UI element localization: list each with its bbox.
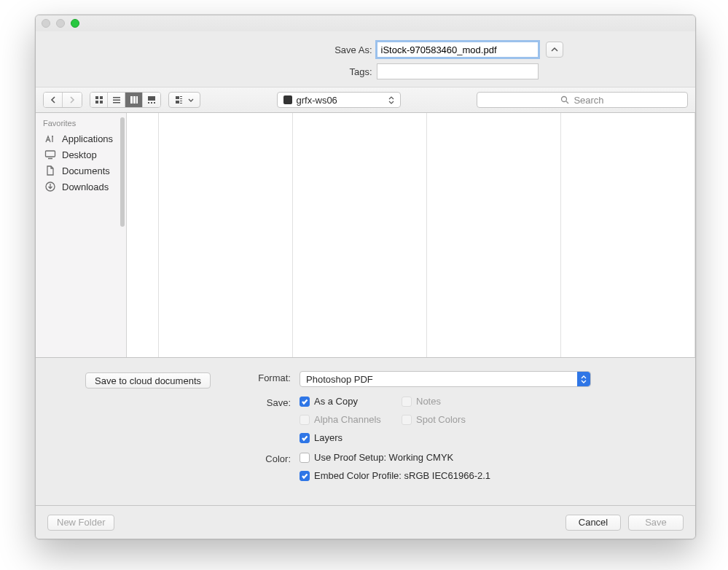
checkbox-layers[interactable]: Layers [300, 432, 402, 443]
downloads-icon [44, 181, 56, 192]
svg-line-21 [566, 101, 568, 104]
svg-rect-5 [113, 100, 120, 101]
column-view-button[interactable] [125, 93, 143, 107]
column-browser[interactable] [127, 113, 695, 357]
save-dialog-window: Save As: Tags: [35, 15, 696, 539]
nav-forward-button[interactable] [63, 93, 82, 107]
icon-view-button[interactable] [90, 93, 108, 107]
svg-rect-16 [180, 98, 182, 99]
sidebar-scrollbar[interactable] [120, 117, 125, 227]
tags-input[interactable] [377, 63, 539, 79]
browser-column[interactable] [293, 113, 427, 357]
svg-point-20 [562, 97, 567, 102]
file-browser: Favorites Applications Desktop Documents [36, 113, 695, 357]
checkbox-icon [300, 471, 310, 481]
documents-icon [44, 165, 56, 176]
svg-rect-12 [151, 102, 152, 104]
svg-rect-6 [113, 102, 120, 104]
checkbox-notes: Notes [402, 396, 504, 407]
svg-rect-11 [148, 102, 149, 104]
sidebar-item-label: Desktop [62, 149, 97, 160]
sidebar-item-label: Documents [62, 165, 110, 176]
format-value: Photoshop PDF [306, 374, 373, 385]
chevron-up-icon [551, 46, 558, 53]
checkbox-label: Use Proof Setup: Working CMYK [314, 452, 453, 463]
location-label: grfx-ws06 [297, 95, 337, 106]
checkbox-icon [300, 433, 310, 443]
gallery-view-button[interactable] [143, 93, 160, 107]
checkbox-icon [300, 415, 310, 425]
checkbox-use-proof-setup[interactable]: Use Proof Setup: Working CMYK [300, 452, 681, 463]
list-view-button[interactable] [108, 93, 125, 107]
checkbox-as-a-copy[interactable]: As a Copy [300, 396, 402, 407]
checkbox-icon [402, 415, 412, 425]
updown-icon [388, 96, 394, 104]
sidebar-heading-favorites: Favorites [36, 117, 126, 130]
search-placeholder: Search [574, 95, 603, 106]
checkbox-label: Embed Color Profile: sRGB IEC61966-2.1 [314, 470, 490, 481]
filename-section: Save As: Tags: [36, 31, 695, 87]
sidebar-item-label: Applications [62, 133, 113, 144]
browser-column[interactable] [159, 113, 293, 357]
browser-toolbar: grfx-ws06 Search [36, 87, 695, 113]
checkbox-alpha-channels: Alpha Channels [300, 414, 402, 425]
drive-icon [283, 95, 292, 104]
search-field[interactable]: Search [477, 92, 688, 108]
browser-column[interactable] [561, 113, 695, 357]
window-zoom-button[interactable] [71, 19, 79, 28]
window-close-button[interactable] [42, 19, 50, 28]
icon-grid-icon [95, 95, 103, 104]
chevron-down-icon [188, 98, 194, 102]
collapse-button[interactable] [546, 42, 563, 58]
svg-rect-18 [180, 101, 182, 101]
svg-rect-7 [130, 96, 133, 104]
list-icon [112, 95, 121, 104]
view-switcher [90, 92, 161, 108]
color-options-label: Color: [232, 452, 291, 464]
checkbox-label: Alpha Channels [314, 414, 381, 425]
svg-rect-14 [176, 96, 179, 99]
location-popup[interactable]: grfx-ws06 [277, 92, 401, 108]
checkbox-icon [300, 453, 310, 463]
cancel-button[interactable]: Cancel [565, 515, 621, 531]
save-button[interactable]: Save [628, 515, 684, 531]
svg-rect-1 [100, 96, 103, 99]
sidebar: Favorites Applications Desktop Documents [36, 113, 127, 357]
columns-icon [130, 95, 138, 104]
window-minimize-button[interactable] [56, 19, 65, 28]
svg-point-24 [46, 182, 55, 191]
sidebar-item-downloads[interactable]: Downloads [36, 179, 126, 195]
svg-rect-8 [133, 96, 136, 104]
sidebar-item-documents[interactable]: Documents [36, 163, 126, 179]
sidebar-item-desktop[interactable]: Desktop [36, 147, 126, 163]
checkbox-label: Layers [314, 432, 343, 443]
chevron-right-icon [69, 96, 76, 104]
new-folder-button[interactable]: New Folder [47, 515, 114, 531]
svg-rect-15 [180, 96, 182, 97]
checkbox-spot-colors: Spot Colors [402, 414, 504, 425]
save-to-cloud-button[interactable]: Save to cloud documents [85, 372, 211, 389]
browser-column[interactable] [427, 113, 561, 357]
applications-icon [44, 133, 56, 144]
checkbox-icon [402, 397, 412, 407]
grouping-menu[interactable] [168, 92, 200, 108]
svg-rect-0 [95, 96, 98, 99]
svg-rect-2 [95, 101, 98, 104]
checkbox-embed-color-profile[interactable]: Embed Color Profile: sRGB IEC61966-2.1 [300, 470, 681, 481]
dialog-footer: New Folder Cancel Save [36, 505, 695, 539]
checkbox-label: Spot Colors [416, 414, 466, 425]
save-as-label: Save As: [168, 44, 372, 55]
sidebar-item-applications[interactable]: Applications [36, 130, 126, 147]
search-icon [560, 95, 569, 104]
checkbox-label: Notes [416, 396, 441, 407]
desktop-icon [44, 149, 56, 160]
browser-column[interactable] [127, 113, 159, 357]
chevron-left-icon [50, 96, 57, 104]
format-select[interactable]: Photoshop PDF [300, 371, 591, 387]
svg-rect-10 [148, 96, 155, 101]
svg-rect-17 [176, 101, 179, 104]
nav-back-button[interactable] [44, 93, 63, 107]
checkbox-icon [300, 397, 310, 407]
tags-label: Tags: [168, 66, 372, 77]
filename-input[interactable] [377, 42, 539, 58]
